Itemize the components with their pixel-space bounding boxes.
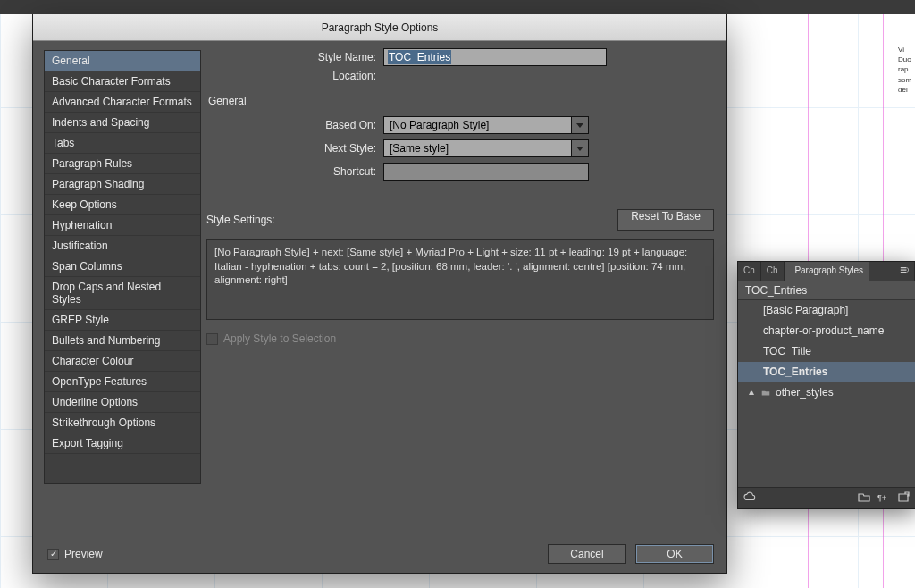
new-folder-icon[interactable] — [858, 491, 870, 506]
panel-menu-button[interactable] — [869, 262, 915, 281]
based-on-label: Based On: — [206, 119, 376, 131]
panel-tabs: Ch Ch Paragraph Styles — [738, 262, 915, 281]
style-item-basic-paragraph[interactable]: [Basic Paragraph] — [738, 300, 915, 321]
style-item-toc-entries[interactable]: TOC_Entries — [738, 362, 915, 382]
preview-label: Preview — [64, 548, 103, 560]
sidebar-item-hyphenation[interactable]: Hyphenation — [45, 215, 200, 236]
sidebar-item-tabs[interactable]: Tabs — [45, 133, 200, 154]
disclosure-triangle-icon — [747, 388, 756, 397]
next-style-label: Next Style: — [206, 142, 376, 155]
sidebar-item-general[interactable]: General — [45, 51, 200, 71]
sidebar-item-paragraph-shading[interactable]: Paragraph Shading — [45, 174, 200, 195]
sidebar-item-indents[interactable]: Indents and Spacing — [45, 113, 200, 133]
sidebar-item-span-columns[interactable]: Span Columns — [45, 256, 200, 277]
based-on-value: [No Paragraph Style] — [383, 116, 571, 134]
shortcut-label: Shortcut: — [206, 165, 376, 178]
tab-paragraph-styles[interactable]: Paragraph Styles — [785, 262, 870, 281]
chevron-down-icon[interactable] — [571, 139, 589, 157]
sidebar-item-underline[interactable]: Underline Options — [45, 392, 200, 413]
menu-icon — [900, 265, 909, 274]
sidebar-item-bullets[interactable]: Bullets and Numbering — [45, 331, 200, 351]
sidebar-item-advanced-char[interactable]: Advanced Character Formats — [45, 92, 200, 113]
clear-override-icon[interactable]: ¶+ — [877, 491, 890, 506]
current-style-header: TOC_Entries — [738, 281, 915, 299]
style-name-value: TOC_Entries — [388, 50, 451, 64]
shortcut-input[interactable] — [383, 163, 589, 181]
next-style-dropdown[interactable]: [Same style] — [383, 139, 589, 157]
style-settings-text[interactable]: [No Paragraph Style] + next: [Same style… — [206, 239, 714, 320]
sidebar-item-keep-options[interactable]: Keep Options — [45, 195, 200, 215]
dialog-title: Paragraph Style Options — [33, 14, 726, 41]
apply-style-checkbox — [206, 333, 218, 345]
based-on-dropdown[interactable]: [No Paragraph Style] — [383, 116, 589, 134]
paragraph-style-options-dialog: Paragraph Style Options General Basic Ch… — [32, 14, 727, 574]
cloud-sync-icon[interactable] — [743, 491, 756, 506]
svg-text:¶+: ¶+ — [877, 493, 886, 502]
reset-to-base-button[interactable]: Reset To Base — [617, 209, 714, 231]
style-folder-label: other_styles — [776, 386, 834, 399]
tab-character-styles-2[interactable]: Ch — [761, 262, 785, 281]
location-label: Location: — [206, 70, 376, 82]
sidebar-item-grep[interactable]: GREP Style — [45, 310, 200, 331]
sidebar-item-strikethrough[interactable]: Strikethrough Options — [45, 413, 200, 433]
sidebar-item-justification[interactable]: Justification — [45, 236, 200, 256]
folder-icon — [761, 388, 770, 397]
preview-checkbox[interactable] — [47, 549, 59, 560]
styles-list[interactable]: [Basic Paragraph] chapter-or-product_nam… — [738, 299, 915, 487]
sidebar-item-char-colour[interactable]: Character Colour — [45, 351, 200, 372]
apply-style-label: Apply Style to Selection — [223, 332, 336, 345]
style-folder-other[interactable]: other_styles — [738, 382, 915, 402]
background-text: Vi Duc rap som del — [898, 45, 915, 223]
sidebar-item-paragraph-rules[interactable]: Paragraph Rules — [45, 154, 200, 174]
style-item-toc-title[interactable]: TOC_Title — [738, 341, 915, 362]
chevron-down-icon[interactable] — [571, 116, 589, 134]
style-item-chapter-product[interactable]: chapter-or-product_name — [738, 321, 915, 341]
sidebar-item-dropcaps[interactable]: Drop Caps and Nested Styles — [45, 277, 200, 310]
sidebar-item-export-tagging[interactable]: Export Tagging — [45, 433, 200, 454]
sidebar-item-opentype[interactable]: OpenType Features — [45, 372, 200, 392]
style-name-label: Style Name: — [206, 51, 376, 63]
ok-button[interactable]: OK — [635, 544, 714, 564]
paragraph-styles-panel: Ch Ch Paragraph Styles TOC_Entries [Basi… — [737, 261, 915, 509]
cancel-button[interactable]: Cancel — [548, 544, 626, 564]
tab-character-styles-1[interactable]: Ch — [738, 262, 761, 281]
new-style-icon[interactable] — [897, 491, 910, 506]
next-style-value: [Same style] — [383, 139, 571, 157]
category-sidebar[interactable]: General Basic Character Formats Advanced… — [44, 50, 201, 484]
application-bar — [0, 0, 915, 14]
section-heading-general: General — [208, 95, 714, 107]
style-name-input[interactable]: TOC_Entries — [383, 48, 607, 66]
sidebar-item-basic-char[interactable]: Basic Character Formats — [45, 71, 200, 92]
style-settings-label: Style Settings: — [206, 214, 275, 226]
